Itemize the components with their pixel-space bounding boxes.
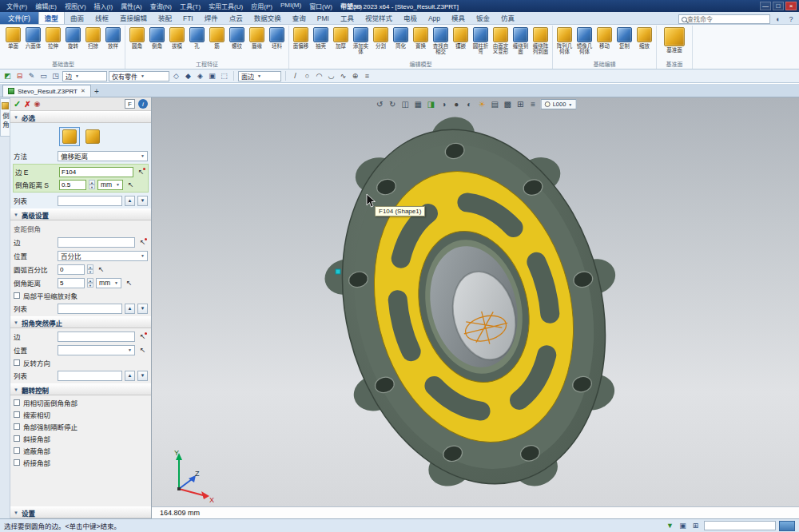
menu-item[interactable]: 编辑(E) — [31, 2, 61, 10]
close-tab-icon[interactable]: ✕ — [81, 88, 85, 94]
ribbon-command[interactable]: 由面定义变形 — [491, 26, 511, 61]
ribbon-tab[interactable]: PMI — [312, 13, 335, 24]
chamfer-panel-tab[interactable]: 倒角 — [0, 98, 10, 137]
reverse-checkbox[interactable] — [14, 359, 20, 366]
ribbon-command[interactable]: 加厚 — [331, 26, 351, 61]
ribbon-tab[interactable]: 工具 — [335, 11, 360, 24]
flip-checkbox[interactable] — [14, 459, 20, 466]
viewport-tool-icon[interactable]: ☀ — [477, 99, 487, 109]
help-icon[interactable]: ? — [786, 14, 796, 24]
corner-edge-input[interactable] — [58, 332, 135, 342]
viewport-tool-icon[interactable]: ● — [451, 99, 462, 109]
ribbon-command[interactable]: 缠绕阵列到面 — [531, 26, 551, 61]
flat-checkbox[interactable] — [14, 292, 20, 299]
menu-item[interactable]: 实用工具(U) — [205, 2, 247, 10]
flip-option-row[interactable]: 用相切面倒角角部 — [14, 398, 148, 407]
draw-tool-icon[interactable]: ≡ — [362, 71, 372, 81]
viewport-3d[interactable]: ↺↻◫▦◨◑●◐☀▤▩⊞≡ L000 ▼ F104 (Shape1) — [152, 97, 799, 506]
flip-option-row[interactable]: 角部强制隔断停止 — [14, 422, 148, 431]
command-search[interactable] — [678, 14, 770, 24]
ribbon-command[interactable]: 圆柱折弯 — [471, 26, 491, 61]
palette-icon[interactable]: ◐ — [773, 14, 783, 24]
chamfer-type-offset-button[interactable] — [59, 127, 80, 146]
edge-input[interactable] — [59, 167, 133, 177]
ribbon-command[interactable]: 旋转 — [63, 26, 83, 61]
section-flip-control[interactable]: ▼ 翻转控制 — [10, 383, 151, 395]
ribbon-tab[interactable]: 造型 — [38, 10, 65, 24]
display-mode-dropdown[interactable]: 面边▼ — [238, 71, 281, 81]
flip-checkbox[interactable] — [14, 399, 20, 406]
distance-input[interactable] — [59, 180, 86, 190]
viewport-tool-icon[interactable]: ▤ — [490, 99, 500, 109]
draw-tool-icon[interactable]: ◠ — [314, 71, 324, 81]
pick-position-icon[interactable]: ↖ — [137, 345, 148, 355]
list-down-button[interactable]: ▼ — [137, 196, 148, 206]
distance-stepper[interactable]: ▲▼ — [89, 180, 95, 189]
ribbon-command[interactable]: 筋 — [207, 26, 227, 61]
ribbon-tab[interactable]: 钣金 — [471, 11, 495, 24]
ribbon-command[interactable]: 坯料 — [267, 26, 287, 61]
menu-item[interactable]: 查询(N) — [146, 2, 176, 10]
viewport-tool-icon[interactable]: ≡ — [528, 99, 539, 109]
ribbon-tab[interactable]: 曲面 — [65, 11, 89, 24]
edge-list-input[interactable] — [58, 196, 122, 206]
menu-item[interactable]: 工具(T) — [176, 2, 205, 10]
section-advanced[interactable]: ▼ 高级设置 — [10, 208, 151, 220]
ribbon-command[interactable]: 倒角 — [147, 26, 167, 61]
ribbon-command[interactable]: 孔 — [187, 26, 207, 61]
viewport-tool-icon[interactable]: ▩ — [503, 99, 513, 109]
arc-percent-stepper[interactable]: ▲▼ — [87, 264, 93, 274]
ribbon-command[interactable]: 缠绕到面 — [511, 26, 531, 61]
list-up-button[interactable]: ▲ — [125, 304, 135, 314]
flip-option-row[interactable]: 遮蔽角部 — [14, 446, 148, 455]
ribbon-command[interactable]: 唇缘 — [247, 26, 267, 61]
flip-option-row[interactable]: 搜索相切 — [14, 410, 148, 419]
ribbon-command[interactable]: 拉伸 — [43, 26, 63, 61]
statusbar-tool-icon[interactable]: ▣ — [678, 521, 688, 531]
ribbon-command[interactable]: 置换 — [411, 26, 431, 61]
method-dropdown[interactable]: 偏移距离▼ — [58, 151, 148, 161]
selection-tool-icon[interactable]: ▭ — [38, 71, 49, 81]
filter-tool-icon[interactable]: ◈ — [195, 71, 205, 81]
filter-tool-icon[interactable]: ▣ — [207, 71, 217, 81]
statusbar-field[interactable] — [704, 521, 776, 530]
ribbon-tab[interactable]: App — [423, 13, 446, 24]
info-icon[interactable]: i — [138, 99, 148, 109]
selection-tool-icon[interactable]: ⊟ — [14, 71, 25, 81]
corner-position-dropdown[interactable]: ▼ — [58, 345, 135, 355]
statusbar-tool-icon[interactable]: ▼ — [665, 521, 675, 531]
ribbon-tab[interactable]: 查询 — [287, 11, 312, 24]
flip-option-row[interactable]: 桥接角部 — [14, 458, 148, 467]
reverse-option-row[interactable]: 反转方向 — [14, 358, 148, 367]
maximize-button[interactable]: □ — [773, 2, 784, 10]
entity-filter-dropdown[interactable]: 边▼ — [62, 71, 107, 81]
part-model[interactable] — [152, 97, 799, 506]
flange-part[interactable] — [294, 97, 661, 506]
pick-restart-button[interactable]: ◉ — [34, 100, 41, 108]
adv-distance-stepper[interactable]: ▲▼ — [87, 278, 93, 288]
ribbon-command[interactable]: 单面 — [3, 26, 23, 61]
ribbon-command[interactable]: 简化 — [391, 26, 411, 61]
section-corner-stop[interactable]: ▼ 拐角突然停止 — [10, 316, 151, 328]
viewport-tool-icon[interactable]: ⊞ — [515, 99, 526, 109]
close-button[interactable]: × — [785, 2, 797, 10]
viewport-tool-icon[interactable]: ◑ — [439, 99, 449, 109]
position-dropdown[interactable]: 百分比▼ — [58, 251, 148, 261]
minimize-button[interactable]: — — [760, 2, 771, 10]
filter-tool-icon[interactable]: ⬚ — [219, 71, 229, 81]
menu-item[interactable]: 窗口(W) — [305, 2, 336, 10]
ribbon-command[interactable]: 阵列几何体 — [555, 26, 574, 61]
draw-tool-icon[interactable]: / — [290, 71, 300, 81]
adv-list-input[interactable] — [58, 304, 122, 314]
pick-edge-icon[interactable]: ↖ — [137, 237, 148, 248]
layer-dropdown[interactable]: L000 ▼ — [541, 99, 577, 109]
ribbon-tab[interactable]: 点云 — [224, 11, 248, 24]
selection-tool-icon[interactable]: ◩ — [2, 71, 13, 81]
menu-item[interactable]: 视图(V) — [61, 2, 90, 10]
ribbon-tab[interactable]: 视觉样式 — [360, 11, 398, 24]
viewport-tool-icon[interactable]: ↺ — [375, 99, 385, 109]
list-up-button[interactable]: ▲ — [125, 371, 135, 381]
adv-edge-input[interactable] — [58, 237, 135, 248]
viewport-tool-icon[interactable]: ▦ — [413, 99, 423, 109]
ribbon-command[interactable]: 螺纹 — [227, 26, 247, 61]
